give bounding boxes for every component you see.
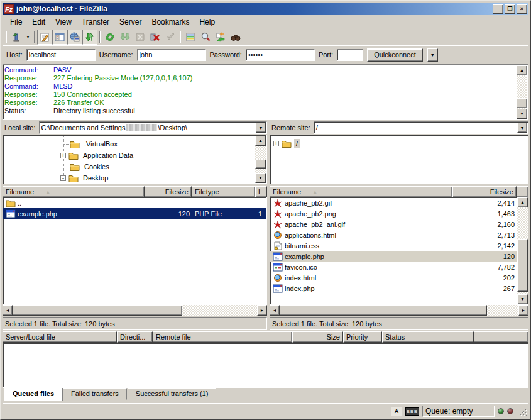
expand-icon[interactable]: + [60,153,66,158]
menu-transfer[interactable]: Transfer [77,16,114,28]
queue-body[interactable] [3,343,528,388]
scroll-thumb[interactable] [517,98,527,108]
title-bar[interactable]: Fz john@localhost - FileZilla _ ❐ × [3,3,528,15]
refresh-button[interactable] [102,30,118,45]
reconnect-icon [165,31,176,43]
file-row[interactable]: favicon.ico 7,782 [270,262,517,272]
maximize-button[interactable]: ❐ [505,4,515,14]
chevron-down-icon[interactable]: ▼ [256,123,266,133]
reconnect-button[interactable] [163,30,178,45]
message-log-scrollbar[interactable]: ▲ ▼ [517,65,527,119]
disconnect-button[interactable] [148,30,163,45]
menu-help[interactable]: Help [194,16,220,28]
chevron-down-icon[interactable]: ▼ [517,123,527,133]
minimize-button[interactable]: _ [493,4,503,14]
site-manager-button[interactable] [9,30,24,45]
scroll-down-icon[interactable]: ▼ [255,173,266,183]
collapse-icon[interactable]: - [60,175,66,181]
scroll-left-icon[interactable]: ◄ [3,305,13,316]
column-header-priority[interactable]: Priority [343,331,382,343]
tab-failed-transfers[interactable]: Failed transfers [63,388,127,400]
file-row[interactable]: index.html 202 [270,272,517,283]
site-manager-dropdown[interactable]: ▼ [24,30,32,45]
file-row[interactable]: apache_pb2.gif 2,414 [270,197,517,208]
column-header-filename[interactable]: Filename▲ [3,186,145,197]
resize-grip[interactable] [518,407,527,416]
toggle-message-log-button[interactable] [37,30,52,45]
column-header-remote-file[interactable]: Remote file [153,331,292,343]
column-header-size[interactable]: Size [292,331,343,343]
scroll-thumb[interactable] [517,239,528,292]
file-row[interactable]: apache_pb2.png 1,463 [270,208,517,219]
menu-bookmarks[interactable]: Bookmarks [146,16,194,28]
speed-limit-icon[interactable]: BBB [405,407,419,416]
tree-item[interactable]: + Application Data [4,150,266,161]
toggle-transfer-queue-button[interactable] [82,30,97,45]
scroll-thumb[interactable] [13,305,182,316]
queue-header: Server/Local file Directi... Remote file… [3,331,528,343]
data-type-icon[interactable]: A [391,407,402,416]
quickconnect-button[interactable]: Quickconnect [367,48,423,62]
file-row[interactable]: applications.html 2,713 [270,229,517,240]
scroll-up-icon[interactable]: ▲ [255,136,266,146]
file-row[interactable]: apache_pb2_ani.gif 2,160 [270,219,517,229]
column-header-filetype[interactable]: Filetype [192,186,255,197]
remote-list-hscrollbar[interactable]: ◄ ► [270,305,528,316]
file-row-selected[interactable]: example.php 120 [270,251,517,262]
toggle-local-tree-button[interactable] [52,30,67,45]
synchronized-browsing-button[interactable] [213,30,228,45]
password-input[interactable] [246,49,315,61]
file-row-selected[interactable]: example.php 120 PHP File 1 [3,208,266,219]
column-header-filesize[interactable]: Filesize [145,186,192,197]
menu-file[interactable]: File [5,16,27,28]
menu-server[interactable]: Server [114,16,146,28]
tree-connector [64,144,69,145]
column-header-filesize[interactable]: Filesize [452,186,517,197]
scroll-right-icon[interactable]: ► [257,305,267,316]
column-header-filename[interactable]: Filename▲ [270,186,452,197]
tab-queued-files[interactable]: Queued files [4,388,62,401]
remote-list-scrollbar[interactable]: ▲ ▼ [517,197,528,304]
quickconnect-dropdown[interactable]: ▼ [427,48,438,62]
process-queue-button[interactable] [118,30,133,45]
local-list-hscrollbar[interactable]: ◄ ► [3,305,267,316]
local-tree-scrollbar[interactable]: ▲ ▼ [255,136,266,183]
scroll-up-icon[interactable]: ▲ [517,65,527,75]
toggle-remote-tree-button[interactable] [67,30,82,45]
scroll-thumb[interactable] [255,160,266,169]
close-button[interactable]: × [517,4,527,14]
scroll-down-icon[interactable]: ▼ [517,109,527,119]
column-header-lastmodified[interactable]: L [255,186,267,197]
menu-edit[interactable]: Edit [27,16,50,28]
scroll-right-icon[interactable]: ► [518,305,528,316]
directory-comparison-icon [200,31,211,43]
host-input[interactable] [26,49,96,61]
tree-item[interactable]: .VirtualBox [4,138,266,150]
file-row[interactable]: index.php 267 [270,283,517,294]
cancel-operation-button[interactable] [133,30,148,45]
tab-successful-transfers[interactable]: Successful transfers (1) [128,388,217,400]
file-row[interactable]: .. [3,197,266,208]
scroll-thumb[interactable] [280,305,487,316]
process-queue-icon [119,31,131,43]
scroll-left-icon[interactable]: ◄ [270,305,280,316]
tree-item[interactable]: - Desktop [4,172,266,183]
log-line: Response:227 Entering Passive Mode (127,… [4,74,515,82]
tree-item[interactable]: + / [271,138,527,149]
column-header-server-local-file[interactable]: Server/Local file [3,331,117,343]
directory-comparison-button[interactable] [198,30,213,45]
file-row[interactable]: bitnami.css 2,142 [270,240,517,251]
expand-icon[interactable]: + [273,141,279,146]
scroll-up-icon[interactable]: ▲ [517,197,528,207]
column-header-status[interactable]: Status [382,331,474,343]
menu-view[interactable]: View [50,16,77,28]
filter-button[interactable] [183,30,198,45]
port-input[interactable] [337,49,363,61]
tree-item[interactable]: Cookies [4,161,266,172]
local-path-combobox[interactable]: C:\Documents and Settings\Desktop\ ▼ [39,121,267,134]
find-files-button[interactable] [228,30,243,45]
remote-path-combobox[interactable]: / ▼ [314,121,528,134]
username-input[interactable] [137,49,206,61]
scroll-down-icon[interactable]: ▼ [517,294,528,304]
column-header-direction[interactable]: Directi... [117,331,153,343]
